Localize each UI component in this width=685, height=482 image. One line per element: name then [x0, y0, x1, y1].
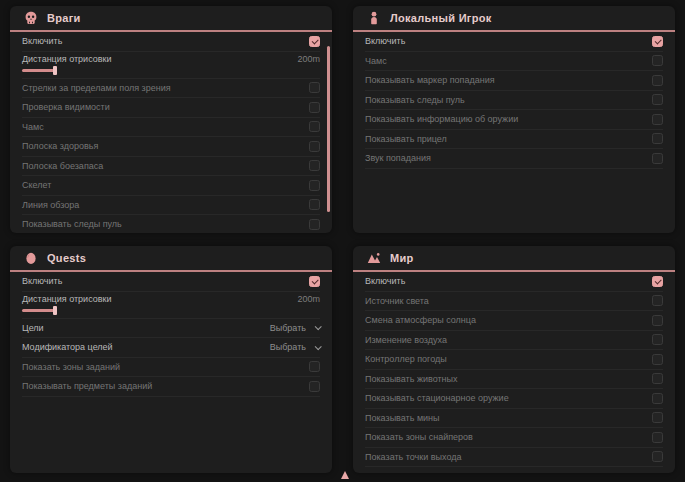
panel-quests-rows: Включить Дистанция отрисовки 200m Цели В…	[10, 272, 332, 397]
panel-quests-header: Quests	[10, 246, 332, 272]
checkbox[interactable]	[309, 102, 320, 113]
setting-row-sun-atmosphere[interactable]: Смена атмосферы солнца	[365, 311, 663, 331]
setting-row-crosshair[interactable]: Показывать прицел	[365, 130, 663, 150]
setting-label: Показывать прицел	[365, 134, 447, 144]
checkbox[interactable]	[309, 381, 320, 392]
checkbox-enable[interactable]	[309, 276, 320, 287]
panel-local-player-title: Локальный Игрок	[390, 12, 492, 24]
setting-label: Показывать маркер попадания	[365, 75, 495, 85]
setting-label: Смена атмосферы солнца	[365, 315, 476, 325]
setting-row-hit-sound[interactable]: Звук попадания	[365, 149, 663, 169]
panel-local-player-rows: Включить Чамс Показывать маркер попадани…	[353, 32, 675, 169]
setting-label: Включить	[22, 36, 62, 46]
setting-label: Показать зоны снайперов	[365, 432, 473, 442]
setting-row-mines[interactable]: Показывать мины	[365, 409, 663, 429]
checkbox[interactable]	[652, 153, 663, 164]
checkbox[interactable]	[652, 354, 663, 365]
setting-row-bullet-traces[interactable]: Показывать следы пуль	[22, 215, 320, 233]
setting-row-chams[interactable]: Чамс	[22, 118, 320, 138]
checkbox[interactable]	[309, 160, 320, 171]
setting-row-hit-marker[interactable]: Показывать маркер попадания	[365, 71, 663, 91]
panel-world-rows: Включить Источник света Смена атмосферы …	[353, 272, 675, 467]
panel-quests: Quests Включить Дистанция отрисовки 200m…	[10, 246, 332, 473]
target-modifiers-select[interactable]: Выбрать	[270, 342, 320, 352]
person-icon	[367, 11, 381, 25]
checkbox[interactable]	[309, 219, 320, 230]
setting-label: Показывать мины	[365, 413, 440, 423]
setting-row-weapon-info[interactable]: Показывать информацию об оружии	[365, 110, 663, 130]
checkbox[interactable]	[652, 373, 663, 384]
draw-distance-slider[interactable]	[22, 66, 118, 75]
setting-row-enable[interactable]: Включить	[365, 272, 663, 292]
checkbox[interactable]	[652, 432, 663, 443]
setting-row-light-source[interactable]: Источник света	[365, 292, 663, 312]
setting-row-enable[interactable]: Включить	[22, 32, 320, 52]
checkbox-enable[interactable]	[309, 36, 320, 47]
slider-fill	[22, 309, 54, 312]
setting-row-bullet-traces[interactable]: Показывать следы пуль	[365, 91, 663, 111]
draw-distance-slider[interactable]	[22, 306, 118, 315]
setting-row-animals[interactable]: Показывать животных	[365, 370, 663, 390]
checkbox[interactable]	[652, 334, 663, 345]
checkbox-enable[interactable]	[652, 36, 663, 47]
setting-label: Линия обзора	[22, 200, 79, 210]
setting-row-offscreen-arrows[interactable]: Стрелки за пределами поля зрения	[22, 79, 320, 99]
setting-row-targets[interactable]: Цели Выбрать	[22, 319, 320, 339]
setting-row-ammo-bar[interactable]: Полоска боезапаса	[22, 157, 320, 177]
setting-row-sniper-zones[interactable]: Показать зоны снайперов	[365, 428, 663, 448]
checkbox[interactable]	[309, 199, 320, 210]
setting-label: Стрелки за пределами поля зрения	[22, 83, 171, 93]
setting-label: Включить	[365, 36, 405, 46]
slider-value: 200m	[297, 54, 320, 64]
checkbox[interactable]	[309, 361, 320, 372]
setting-label: Показывать предметы заданий	[22, 381, 152, 391]
checkbox[interactable]	[309, 82, 320, 93]
slider-thumb[interactable]	[53, 66, 57, 75]
setting-row-exit-points[interactable]: Показать точки выхода	[365, 448, 663, 468]
checkbox[interactable]	[652, 55, 663, 66]
checkbox[interactable]	[652, 94, 663, 105]
targets-select[interactable]: Выбрать	[270, 323, 320, 333]
setting-row-skeleton[interactable]: Скелет	[22, 176, 320, 196]
panel-world-header: Мир	[353, 246, 675, 272]
panel-local-player-header: Локальный Игрок	[353, 6, 675, 32]
setting-label: Показывать стационарное оружие	[365, 393, 509, 403]
setting-row-draw-distance: Дистанция отрисовки 200m	[22, 292, 320, 319]
checkbox[interactable]	[309, 180, 320, 191]
checkbox[interactable]	[309, 141, 320, 152]
checkbox[interactable]	[652, 315, 663, 326]
setting-row-target-modifiers[interactable]: Модификатора целей Выбрать	[22, 338, 320, 358]
setting-label: Источник света	[365, 296, 429, 306]
setting-row-air-change[interactable]: Изменение воздуха	[365, 331, 663, 351]
setting-row-weather-controller[interactable]: Контроллер погоды	[365, 350, 663, 370]
setting-label: Чамс	[365, 56, 387, 66]
checkbox[interactable]	[652, 412, 663, 423]
setting-label: Включить	[22, 276, 62, 286]
slider-thumb[interactable]	[53, 306, 57, 315]
setting-label: Чамс	[22, 122, 44, 132]
setting-label: Показывать следы пуль	[22, 219, 122, 229]
setting-row-static-weapons[interactable]: Показывать стационарное оружие	[365, 389, 663, 409]
checkbox[interactable]	[309, 121, 320, 132]
setting-row-visibility-check[interactable]: Проверка видимости	[22, 98, 320, 118]
setting-label: Показывать информацию об оружии	[365, 114, 518, 124]
checkbox[interactable]	[652, 75, 663, 86]
checkbox[interactable]	[652, 133, 663, 144]
checkbox[interactable]	[652, 393, 663, 404]
setting-row-quest-zones[interactable]: Показать зоны заданий	[22, 358, 320, 378]
chevron-down-icon	[315, 343, 322, 350]
egg-icon	[24, 251, 38, 265]
setting-label: Цели	[22, 323, 44, 333]
checkbox[interactable]	[652, 114, 663, 125]
setting-row-chams[interactable]: Чамс	[365, 52, 663, 72]
setting-row-health-bar[interactable]: Полоска здоровья	[22, 137, 320, 157]
checkbox-enable[interactable]	[652, 276, 663, 287]
setting-row-quest-items[interactable]: Показывать предметы заданий	[22, 377, 320, 397]
checkbox[interactable]	[652, 295, 663, 306]
setting-row-line-of-sight[interactable]: Линия обзора	[22, 196, 320, 216]
checkbox[interactable]	[652, 451, 663, 462]
setting-row-enable[interactable]: Включить	[22, 272, 320, 292]
panel-scrollbar[interactable]	[327, 46, 330, 212]
panel-world-title: Мир	[390, 252, 414, 264]
setting-row-enable[interactable]: Включить	[365, 32, 663, 52]
